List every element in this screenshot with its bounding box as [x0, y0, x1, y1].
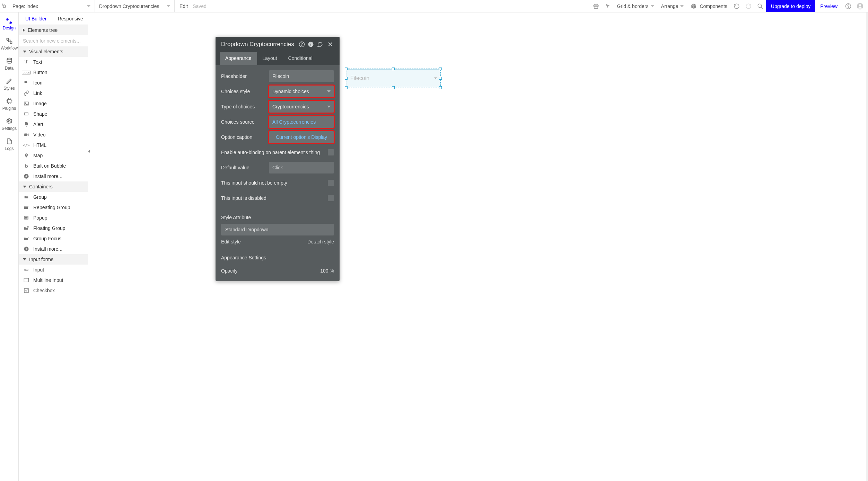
gear-icon [6, 118, 13, 125]
nav-plugins[interactable]: Plugins [0, 95, 18, 114]
resize-handle-e[interactable] [439, 77, 442, 80]
resize-handle-sw[interactable] [345, 86, 348, 89]
element-alert[interactable]: Alert [19, 119, 88, 130]
grid-borders-menu[interactable]: Grid & borders [614, 0, 658, 12]
element-repeating-group[interactable]: Repeating Group [19, 202, 88, 213]
data-icon [6, 57, 13, 64]
elements-tree-toggle[interactable]: Elements tree [19, 25, 88, 35]
resize-handle-w[interactable] [345, 77, 348, 80]
style-select[interactable]: Standard Dropdown [221, 224, 334, 235]
nav-data[interactable]: Data [0, 55, 18, 74]
help-icon[interactable] [299, 41, 308, 47]
detach-style-link[interactable]: Detach style [307, 239, 334, 244]
canvas-dropdown-element[interactable]: Filecoin [347, 69, 440, 87]
visual-elements-toggle[interactable]: Visual elements [19, 46, 88, 57]
input-forms-toggle[interactable]: Input forms [19, 254, 88, 265]
preview-button[interactable]: Preview [815, 0, 842, 12]
nav-styles-label: Styles [3, 86, 15, 91]
components-button[interactable]: Components [687, 0, 730, 12]
account-icon[interactable] [854, 0, 866, 12]
gift-icon[interactable] [590, 0, 602, 12]
nav-settings[interactable]: Settings [0, 115, 18, 134]
video-icon [23, 132, 30, 138]
element-image[interactable]: Image [19, 98, 88, 109]
prop-option-caption-input[interactable]: Current option's Display [269, 131, 334, 143]
element-video[interactable]: Video [19, 130, 88, 140]
components-label: Components [700, 3, 727, 9]
tab-appearance[interactable]: Appearance [220, 52, 257, 65]
undo-icon[interactable] [731, 0, 743, 12]
element-button[interactable]: CLICKButton [19, 67, 88, 78]
search-icon[interactable] [754, 0, 766, 12]
element-group-focus[interactable]: Group Focus [19, 233, 88, 244]
nav-plugins-label: Plugins [2, 106, 16, 111]
resize-handle-ne[interactable] [439, 68, 442, 70]
bell-icon [23, 121, 30, 127]
element-popup[interactable]: Popup [19, 213, 88, 223]
element-icon[interactable]: Icon [19, 78, 88, 88]
edit-style-link[interactable]: Edit style [221, 239, 241, 244]
nav-workflow[interactable]: Workflow [0, 35, 18, 54]
appearance-settings-label: Appearance Settings [221, 255, 334, 260]
redo-icon[interactable] [743, 0, 754, 12]
property-editor[interactable]: Dropdown Cryptocurrencies ✕ Appearance L… [216, 37, 340, 281]
search-input[interactable] [19, 35, 88, 46]
info-icon[interactable] [308, 41, 317, 47]
close-icon[interactable]: ✕ [326, 40, 335, 48]
svg-point-46 [301, 45, 302, 46]
tab-conditional[interactable]: Conditional [283, 52, 318, 65]
nav-styles[interactable]: Styles [0, 75, 18, 94]
edit-menu[interactable]: Edit [179, 3, 188, 9]
svg-line-4 [761, 7, 763, 9]
element-install-more-container[interactable]: Install more... [19, 244, 88, 254]
element-input[interactable]: Input [19, 265, 88, 275]
property-editor-header[interactable]: Dropdown Cryptocurrencies ✕ [216, 37, 340, 52]
element-checkbox[interactable]: Checkbox [19, 285, 88, 296]
element-built-on-bubble[interactable]: bBuilt on Bubble [19, 161, 88, 171]
upgrade-button[interactable]: Upgrade to deploy [766, 0, 815, 12]
resize-handle-n[interactable] [392, 68, 395, 70]
nav-logs[interactable]: Logs [0, 135, 18, 154]
svg-point-8 [859, 4, 861, 7]
prop-choices-style-select[interactable]: Dynamic choices [269, 86, 334, 97]
folder-icon [23, 194, 30, 200]
resize-handle-se[interactable] [439, 86, 442, 89]
element-multiline-input[interactable]: Multiline Input [19, 275, 88, 285]
cursor-icon[interactable] [602, 0, 614, 12]
page-selector[interactable]: Page: index [8, 0, 95, 12]
element-link[interactable]: Link [19, 88, 88, 98]
main-area: Design Workflow Data Styles Plugins Sett… [0, 12, 868, 481]
element-group[interactable]: Group [19, 192, 88, 202]
element-text[interactable]: TText [19, 57, 88, 67]
containers-toggle[interactable]: Containers [19, 181, 88, 192]
prop-not-empty-checkbox[interactable] [328, 180, 334, 186]
prop-type-choices-select[interactable]: Cryptocurrencies [269, 101, 334, 113]
tab-ui-builder[interactable]: UI Builder [19, 12, 53, 25]
nav-design[interactable]: Design [0, 15, 18, 34]
prop-default-value-input[interactable] [269, 162, 334, 173]
prop-autobind-checkbox[interactable] [328, 149, 334, 155]
arrange-menu[interactable]: Arrange [658, 0, 687, 12]
opacity-value[interactable]: 100 [320, 268, 328, 274]
opacity-unit: % [330, 268, 334, 274]
element-html[interactable]: </>HTML [19, 140, 88, 150]
resize-handle-s[interactable] [392, 86, 395, 89]
element-install-more-visual[interactable]: Install more... [19, 171, 88, 181]
tab-responsive[interactable]: Responsive [53, 12, 88, 25]
prop-choices-source-input[interactable]: All Cryptocurrencies [269, 116, 334, 128]
topbar: b Page: index Dropdown Cryptocurrencies … [0, 0, 868, 12]
element-floating-group[interactable]: Floating Group [19, 223, 88, 233]
element-shape[interactable]: Shape [19, 109, 88, 119]
resize-handle-nw[interactable] [345, 68, 348, 70]
page-label-prefix: Page: [12, 3, 26, 9]
prop-disabled-checkbox[interactable] [328, 195, 334, 201]
element-selector[interactable]: Dropdown Cryptocurrencies [95, 0, 175, 12]
canvas-dropdown-placeholder: Filecoin [350, 75, 369, 81]
help-icon[interactable] [842, 0, 854, 12]
nav-settings-label: Settings [2, 126, 17, 131]
comment-icon[interactable] [317, 41, 326, 47]
tab-layout[interactable]: Layout [257, 52, 283, 65]
canvas[interactable]: Filecoin Dropdown Cryptocurrencies [88, 12, 868, 481]
prop-placeholder-input[interactable]: Filecoin [269, 70, 334, 82]
element-map[interactable]: Map [19, 150, 88, 161]
